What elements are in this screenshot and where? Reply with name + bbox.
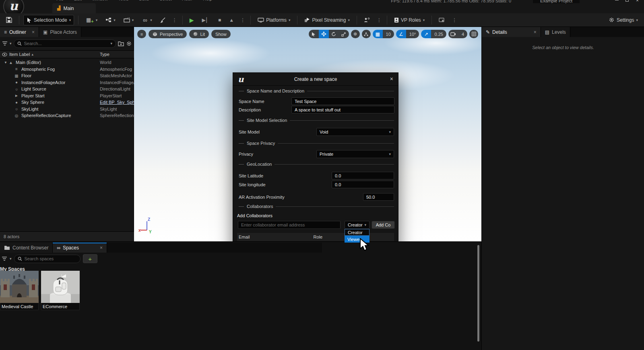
outliner-row[interactable]: ☼ SkyLight SkyLight [0, 106, 134, 113]
blueprints-dropdown[interactable]: ▾ [103, 15, 118, 25]
maximize-button[interactable] [625, 0, 630, 2]
move-tool-button[interactable] [319, 30, 329, 38]
vertical-scrollbar[interactable] [477, 245, 479, 342]
outliner-search-input[interactable] [24, 41, 108, 46]
chevron-down-icon[interactable]: ▾ [110, 41, 112, 45]
role-option-creator[interactable]: Creator [345, 229, 369, 236]
menu-select[interactable]: Select [159, 0, 172, 2]
space-card-medieval-castle[interactable]: Medieval Castle [0, 271, 39, 310]
space-card-ecommerce[interactable]: ECommerce [41, 271, 80, 310]
kebab-menu-icon[interactable]: ⋮ [171, 17, 178, 23]
menu-edit[interactable]: Edit [74, 0, 82, 2]
gear-icon[interactable] [126, 41, 132, 47]
menu-help[interactable]: Help [203, 0, 212, 2]
filter-icon[interactable] [2, 256, 7, 261]
latitude-input[interactable] [332, 172, 394, 179]
collaborator-email-input[interactable] [238, 221, 341, 229]
tab-details[interactable]: ✎ Details × [482, 27, 541, 37]
stop-button[interactable]: ■ [215, 15, 224, 25]
new-folder-icon[interactable] [118, 41, 124, 46]
outliner-row[interactable]: ► Player Start PlayerStart [0, 93, 134, 99]
eye-icon[interactable] [2, 53, 7, 56]
tab-outliner[interactable]: ≡ Outliner × [0, 27, 39, 37]
settings-dropdown[interactable]: Settings ▾ [606, 15, 641, 25]
collaborator-role-select[interactable]: Creator ▾ [345, 221, 369, 229]
kebab-menu-icon[interactable]: ⋮ [376, 17, 383, 23]
tab-spaces[interactable]: ∞ Spaces × [53, 243, 107, 253]
outliner-row[interactable]: ▦ Floor StaticMeshActor [0, 72, 134, 79]
scale-snap-toggle[interactable]: ↗ [421, 30, 431, 38]
world-space-toggle[interactable]: ⊕ [351, 30, 360, 38]
outliner-row[interactable]: ● InstancedFoliageActor InstancedFoliage… [0, 79, 134, 86]
grid-snap-toggle[interactable]: ▦ [373, 30, 383, 38]
close-window-button[interactable]: × [636, 0, 640, 2]
chevron-down-icon[interactable]: ▾ [10, 257, 12, 261]
menu-tools[interactable]: Tools [118, 0, 129, 2]
add-actor-dropdown[interactable]: ▦ + ▾ [83, 15, 100, 25]
multi-user-button[interactable] [361, 15, 373, 25]
viewport-menu-button[interactable]: ≡ [137, 30, 146, 38]
lit-dropdown[interactable]: Lit [189, 30, 209, 38]
launch-button[interactable]: ▲ [226, 15, 237, 25]
minimize-button[interactable] [615, 0, 619, 2]
sequencer-dropdown[interactable]: ∞ ▾ [139, 15, 155, 25]
camera-speed-value[interactable]: 4 [458, 30, 467, 38]
site-model-select[interactable]: Void ▾ [316, 128, 394, 136]
kebab-menu-icon[interactable]: ⋮ [239, 17, 246, 23]
grid-snap-value[interactable]: 10 [383, 30, 394, 38]
outliner-row[interactable]: ☼ Light Source DirectionalLight [0, 86, 134, 93]
dialog-header[interactable]: u Create a new space × [233, 73, 398, 86]
rotation-snap-toggle[interactable]: ∠ [396, 30, 406, 38]
space-name-input[interactable] [291, 97, 394, 105]
column-type[interactable]: Type [100, 52, 134, 57]
tab-content-browser[interactable]: Content Browser [0, 243, 53, 253]
outliner-search[interactable]: ▾ [14, 39, 116, 48]
perspective-dropdown[interactable]: Perspective [149, 30, 187, 38]
paint-tool-button[interactable] [157, 15, 169, 25]
pixel-streaming-dropdown[interactable]: Pixel Streaming ▾ [301, 15, 353, 25]
spaces-search[interactable] [14, 255, 80, 263]
menu-build[interactable]: Build [139, 0, 149, 2]
surface-snap-button[interactable] [362, 30, 371, 38]
description-input[interactable] [291, 106, 394, 113]
rotation-snap-value[interactable]: 10° [406, 30, 419, 38]
add-collaborator-button[interactable]: Add Co [372, 221, 395, 229]
outliner-row[interactable]: ● Sky Sphere Edit BP_Sky_Sphere [0, 99, 134, 106]
menu-actor[interactable]: Actor [182, 0, 193, 2]
selection-mode-dropdown[interactable]: Selection Mode ▾ [23, 15, 74, 25]
rotate-tool-button[interactable] [329, 30, 339, 38]
add-space-button[interactable]: + [83, 254, 97, 263]
scale-snap-value[interactable]: 0.25 [431, 30, 446, 38]
virtual-camera-button[interactable] [436, 15, 448, 25]
cinematics-dropdown[interactable]: ▾ [121, 15, 137, 25]
column-item-label[interactable]: Item Label [9, 52, 30, 57]
camera-speed-button[interactable] [448, 30, 458, 38]
kebab-menu-icon[interactable]: ⋮ [451, 17, 458, 23]
outliner-row[interactable]: ≡ Atmospheric Fog AtmosphericFog [0, 66, 134, 73]
close-icon[interactable]: × [390, 76, 393, 82]
tab-place-actors[interactable]: ▣ Place Actors [39, 27, 81, 37]
expand-arrow-icon[interactable]: ▼ [3, 61, 8, 64]
play-button[interactable]: ▶ [187, 15, 197, 25]
maximize-viewport-button[interactable] [469, 30, 478, 38]
vp-roles-dropdown[interactable]: VP Roles ▾ [391, 15, 427, 25]
close-icon[interactable]: × [32, 29, 35, 35]
privacy-select[interactable]: Private ▾ [316, 150, 394, 158]
filter-icon[interactable] [2, 41, 8, 46]
select-tool-button[interactable] [309, 30, 319, 38]
edit-blueprint-link[interactable]: Edit BP_Sky_Sphere [100, 100, 134, 105]
frame-skip-button[interactable]: ▶▏ [199, 15, 213, 25]
menu-file[interactable]: File [56, 0, 64, 2]
scale-tool-button[interactable] [339, 30, 349, 38]
chevron-down-icon[interactable]: ▾ [10, 41, 12, 45]
ar-proximity-input[interactable] [363, 193, 394, 201]
tab-main-level[interactable]: ▟ Main [52, 3, 96, 13]
platforms-dropdown[interactable]: Platforms ▾ [255, 15, 293, 25]
menu-window[interactable]: Window [92, 0, 108, 2]
close-icon[interactable]: × [534, 29, 537, 35]
outliner-row[interactable]: ◎ SphereReflectionCapture SphereReflecti… [0, 112, 134, 119]
tab-levels[interactable]: ▤ Levels [541, 27, 570, 37]
longitude-input[interactable] [332, 181, 394, 188]
save-button[interactable] [3, 15, 15, 25]
spaces-search-input[interactable] [25, 256, 77, 261]
